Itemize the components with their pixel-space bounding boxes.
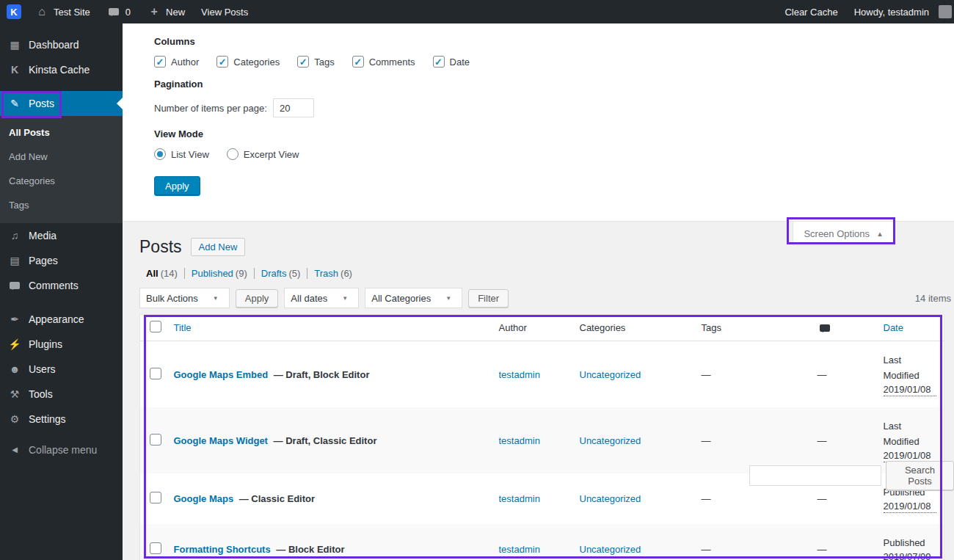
- checkbox-icon[interactable]: [154, 56, 166, 68]
- add-new-button[interactable]: Add New: [191, 238, 246, 256]
- tags-value: —: [702, 544, 711, 555]
- post-title-link[interactable]: Google Maps Widget: [174, 435, 268, 446]
- category-link[interactable]: Uncategorized: [580, 369, 641, 380]
- date-status: Last Modified: [884, 352, 937, 383]
- sidebar-item[interactable]: Kinsta Cache: [0, 57, 123, 82]
- plus-icon: [147, 5, 161, 18]
- main-content: Columns Author Categories Tags: [123, 23, 954, 560]
- checkbox-icon[interactable]: [216, 56, 228, 68]
- per-page-input[interactable]: [273, 98, 314, 117]
- posts-submenu: All Posts Add New Categories Tags: [0, 116, 123, 223]
- submenu-item[interactable]: Tags: [0, 193, 123, 217]
- column-toggle[interactable]: Author: [154, 56, 199, 68]
- home-icon: [34, 5, 49, 18]
- sidebar-item[interactable]: Pages: [0, 248, 123, 273]
- select-all-checkbox[interactable]: [150, 321, 161, 332]
- apply-screen-options-button[interactable]: Apply: [154, 176, 200, 196]
- category-link[interactable]: Uncategorized: [580, 435, 641, 446]
- search-box: Search Posts: [749, 461, 954, 490]
- categories-filter-select[interactable]: All Categories: [365, 288, 462, 308]
- sidebar-item[interactable]: Plugins: [0, 332, 123, 357]
- sidebar-item[interactable]: Appearance: [0, 307, 123, 332]
- status-filter-link[interactable]: Drafts(5): [255, 268, 308, 279]
- radio-icon[interactable]: [154, 148, 166, 160]
- pages-icon: [7, 254, 22, 267]
- sidebar-item[interactable]: Media: [0, 223, 123, 248]
- comments-menu[interactable]: 0: [98, 0, 139, 23]
- column-toggle[interactable]: Categories: [216, 56, 280, 68]
- settings-icon: [7, 412, 22, 426]
- status-filter-link[interactable]: Trash(6): [307, 268, 359, 279]
- tags-header: Tags: [694, 315, 810, 341]
- date-value: 2019/01/08: [884, 383, 937, 396]
- bulk-actions-select[interactable]: Bulk Actions: [139, 288, 230, 308]
- category-link[interactable]: Uncategorized: [580, 493, 641, 504]
- author-link[interactable]: testadmin: [499, 493, 540, 504]
- post-state: — Classic Editor: [239, 493, 315, 504]
- comments-value: —: [818, 544, 827, 555]
- submenu-item[interactable]: Categories: [0, 169, 123, 193]
- sidebar-item[interactable]: Comments: [0, 273, 123, 298]
- sidebar-item-posts[interactable]: Posts: [0, 91, 123, 116]
- author-link[interactable]: testadmin: [499, 435, 540, 446]
- categories-header: Categories: [572, 315, 694, 341]
- checkbox-icon[interactable]: [433, 56, 445, 68]
- row-checkbox[interactable]: [150, 492, 161, 503]
- view-mode-option[interactable]: List View: [154, 148, 209, 160]
- search-posts-button[interactable]: Search Posts: [886, 461, 954, 490]
- table-row: Formatting Shortcuts — Block Editor test…: [140, 524, 944, 560]
- tags-value: —: [702, 369, 711, 380]
- view-posts-label: View Posts: [201, 7, 248, 18]
- sort-by-date[interactable]: Date: [884, 322, 903, 333]
- author-link[interactable]: testadmin: [499, 369, 540, 380]
- column-toggle[interactable]: Comments: [352, 56, 415, 68]
- row-checkbox[interactable]: [150, 368, 161, 379]
- row-checkbox[interactable]: [150, 434, 161, 446]
- bulk-apply-button[interactable]: Apply: [236, 289, 279, 308]
- clear-cache-menu[interactable]: Clear Cache: [776, 0, 845, 23]
- sort-by-title[interactable]: Title: [174, 322, 192, 333]
- admin-bar: Test Site 0 New View Posts Clear Cache H…: [0, 0, 954, 23]
- status-filter-link[interactable]: Published(9): [185, 268, 255, 279]
- howdy-menu[interactable]: Howdy, testadmin: [846, 0, 954, 23]
- kinsta-logo-icon[interactable]: [7, 4, 21, 19]
- post-title-link[interactable]: Google Maps: [174, 493, 234, 504]
- posts-table: Title Author Categories Tags Date Google…: [139, 314, 944, 560]
- post-state: — Block Editor: [276, 544, 344, 555]
- date-status: Published: [884, 535, 937, 550]
- status-filter-list: All(14) Published(9) Drafts(5) Trash(6): [139, 268, 939, 279]
- post-title-link[interactable]: Google Maps Embed: [174, 369, 269, 380]
- status-filter-link[interactable]: All(14): [139, 268, 185, 279]
- radio-icon[interactable]: [227, 148, 238, 160]
- collapse-menu-button[interactable]: Collapse menu: [0, 437, 123, 462]
- view-posts-menu[interactable]: View Posts: [193, 0, 256, 23]
- submenu-item[interactable]: Add New: [0, 145, 123, 169]
- comment-count: 0: [125, 7, 131, 18]
- sidebar-item[interactable]: Settings: [0, 407, 123, 432]
- post-state: — Draft, Classic Editor: [274, 435, 377, 446]
- checkbox-icon[interactable]: [297, 56, 309, 68]
- comments-value: —: [818, 435, 827, 446]
- per-page-label: Number of items per page:: [154, 103, 267, 114]
- checkbox-icon[interactable]: [352, 56, 364, 68]
- dates-filter-select[interactable]: All dates: [284, 288, 359, 308]
- sidebar-separator: [0, 298, 123, 307]
- sidebar-item[interactable]: Dashboard: [0, 32, 123, 57]
- column-toggle[interactable]: Tags: [297, 56, 334, 68]
- row-checkbox[interactable]: [150, 542, 161, 554]
- caret-down-icon: [208, 291, 223, 305]
- search-input[interactable]: [749, 465, 881, 486]
- sidebar-item[interactable]: Users: [0, 357, 123, 382]
- column-toggle[interactable]: Date: [433, 56, 470, 68]
- category-link[interactable]: Uncategorized: [580, 544, 641, 555]
- new-content-menu[interactable]: New: [139, 0, 193, 23]
- post-title-link[interactable]: Formatting Shortcuts: [174, 544, 271, 555]
- collapse-icon: [7, 443, 22, 457]
- comments-value: —: [818, 369, 827, 380]
- site-name-menu[interactable]: Test Site: [26, 0, 98, 23]
- author-link[interactable]: testadmin: [499, 544, 540, 555]
- filter-button[interactable]: Filter: [468, 289, 509, 308]
- sidebar-item[interactable]: Tools: [0, 382, 123, 407]
- view-mode-option[interactable]: Excerpt View: [227, 148, 299, 160]
- submenu-item[interactable]: All Posts: [0, 120, 123, 145]
